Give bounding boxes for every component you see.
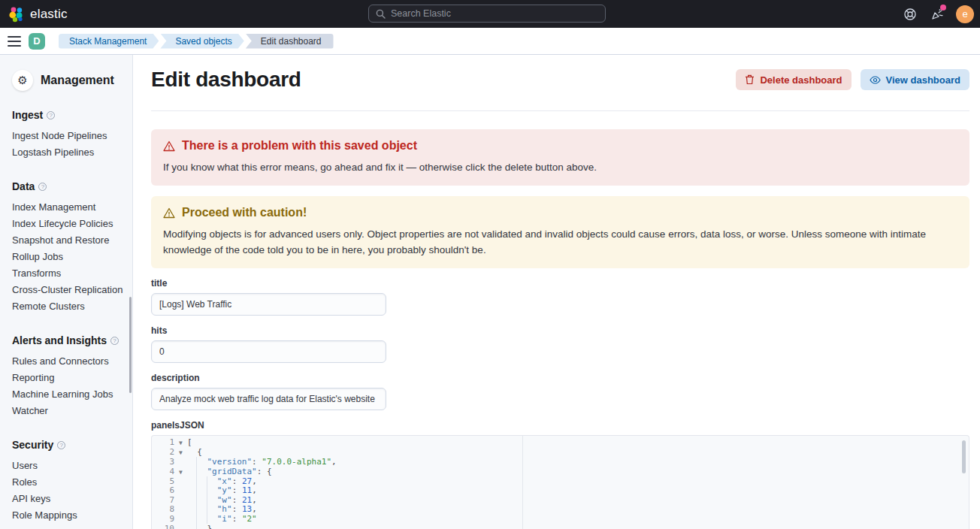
sidebar-item-transforms[interactable]: Transforms [12, 265, 123, 282]
sidebar-item-users[interactable]: Users [12, 458, 123, 474]
title-divider [151, 110, 969, 111]
help-icon [903, 8, 917, 21]
field-label: description [151, 373, 969, 383]
sidebar-section-heading: Data? [12, 180, 123, 192]
breadcrumb-bar: D Stack ManagementSaved objectsEdit dash… [0, 28, 980, 55]
space-badge[interactable]: D [29, 33, 45, 50]
field-label: title [151, 278, 969, 289]
sidebar-section: Data?Index ManagementIndex Lifecycle Pol… [12, 180, 123, 315]
global-search[interactable] [368, 5, 606, 23]
line-number: 10 [152, 524, 174, 529]
fold-arrow-icon[interactable]: ▼ [174, 448, 187, 458]
sidebar-item-ingest-node-pipelines[interactable]: Ingest Node Pipelines [12, 128, 123, 144]
code-editor-lines: 1▼[2▼ {3 "version": "7.0.0-alpha1",4▼ "g… [152, 438, 969, 529]
line-number: 4 [152, 467, 174, 477]
question-in-circle-icon: ? [47, 111, 55, 119]
question-in-circle-icon: ? [38, 183, 47, 191]
code-line[interactable]: 9 "i": "2" [152, 515, 969, 524]
code-text: }, [187, 524, 217, 529]
user-avatar[interactable]: e [956, 5, 974, 23]
field-label: hits [151, 325, 969, 336]
code-line[interactable]: 3 "version": "7.0.0-alpha1", [152, 458, 969, 467]
fold-spacer [174, 458, 187, 467]
error-callout-title: There is a problem with this saved objec… [182, 139, 417, 153]
sidebar-item-cross-cluster-replication[interactable]: Cross-Cluster Replication [12, 282, 123, 298]
sidebar-title: Management [41, 74, 114, 87]
line-number: 9 [152, 515, 174, 524]
notification-dot [940, 5, 946, 11]
sidebar-item-watcher[interactable]: Watcher [12, 403, 123, 419]
elastic-logo-icon [9, 6, 24, 23]
sidebar-item-roles[interactable]: Roles [12, 474, 123, 491]
sidebar-item-logstash-pipelines[interactable]: Logstash Pipelines [12, 144, 123, 161]
sidebar-item-rules-and-connectors[interactable]: Rules and Connectors [12, 353, 123, 370]
code-text: "i": "2" [187, 515, 257, 524]
menu-toggle-button[interactable] [0, 36, 29, 47]
gear-icon: ⚙ [12, 70, 33, 91]
sidebar-item-remote-clusters[interactable]: Remote Clusters [12, 298, 123, 315]
view-dashboard-button[interactable]: View dashboard [861, 69, 969, 90]
fold-spacer [174, 477, 187, 487]
newsfeed-button[interactable] [929, 6, 945, 23]
line-number: 6 [152, 486, 174, 496]
sidebar-item-index-management[interactable]: Index Management [12, 199, 123, 216]
sidebar-item-api-keys[interactable]: API keys [12, 491, 123, 507]
fold-spacer [174, 496, 187, 506]
breadcrumb-item[interactable]: Stack Management [59, 34, 159, 49]
code-line[interactable]: 1▼[ [152, 438, 969, 448]
line-number: 3 [152, 458, 174, 467]
breadcrumb-item[interactable]: Saved objects [160, 34, 243, 49]
error-callout-body: If you know what this error means, go ah… [163, 159, 957, 175]
page-title: Edit dashboard [151, 68, 301, 92]
alert-triangle-icon [163, 141, 175, 152]
sidebar-item-role-mappings[interactable]: Role Mappings [12, 507, 123, 524]
search-input[interactable] [391, 8, 598, 19]
question-in-circle-icon: ? [110, 337, 119, 345]
panelsjson-code-editor[interactable]: 1▼[2▼ {3 "version": "7.0.0-alpha1",4▼ "g… [151, 435, 969, 529]
elastic-brand[interactable]: elastic [0, 6, 68, 23]
sidebar-item-rollup-jobs[interactable]: Rollup Jobs [12, 249, 123, 265]
sidebar-section: Security?UsersRolesAPI keysRole Mappings [12, 439, 123, 524]
sidebar-nav: Ingest?Ingest Node PipelinesLogstash Pip… [12, 109, 123, 524]
eye-icon [870, 76, 881, 84]
sidebar-section-heading: Alerts and Insights? [12, 334, 123, 346]
sidebar-item-machine-learning-jobs[interactable]: Machine Learning Jobs [12, 386, 123, 403]
sidebar-section-heading: Security? [12, 439, 123, 451]
breadcrumb-item: Edit dashboard [246, 34, 334, 49]
field-hits: hits [151, 325, 969, 363]
question-in-circle-icon: ? [57, 441, 65, 449]
sidebar-scrollbar[interactable] [129, 297, 132, 393]
trash-icon [745, 74, 755, 85]
field-panelsjson: panelsJSON 1▼[2▼ {3 "version": "7.0.0-al… [151, 420, 969, 529]
code-line[interactable]: 4▼ "gridData": { [152, 467, 969, 477]
code-line[interactable]: 10 }, [152, 524, 969, 529]
sidebar-section: Ingest?Ingest Node PipelinesLogstash Pip… [12, 109, 123, 161]
sidebar-section-heading: Ingest? [12, 109, 123, 121]
fold-spacer [174, 486, 187, 496]
sidebar-item-index-lifecycle-policies[interactable]: Index Lifecycle Policies [12, 216, 123, 232]
field-label: panelsJSON [151, 420, 969, 431]
editor-scrollbar[interactable] [962, 440, 966, 473]
sidebar-item-snapshot-and-restore[interactable]: Snapshot and Restore [12, 232, 123, 249]
code-line[interactable]: 8 "h": 13, [152, 505, 969, 515]
brand-name: elastic [30, 7, 68, 22]
hits-input[interactable] [151, 340, 386, 363]
error-callout: There is a problem with this saved objec… [151, 129, 969, 186]
search-icon [376, 9, 386, 19]
management-sidebar: ⚙ Management Ingest?Ingest Node Pipeline… [0, 55, 133, 529]
help-menu-button[interactable] [902, 6, 918, 23]
code-line[interactable]: 6 "y": 11, [152, 486, 969, 496]
sidebar-section: Alerts and Insights?Rules and Connectors… [12, 334, 123, 419]
warning-callout-body: Modifying objects is for advanced users … [163, 226, 957, 258]
code-line[interactable]: 7 "w": 21, [152, 496, 969, 506]
fold-arrow-icon[interactable]: ▼ [174, 467, 187, 477]
fold-arrow-icon[interactable]: ▼ [174, 438, 187, 448]
description-input[interactable] [151, 388, 386, 410]
delete-dashboard-button[interactable]: Delete dashboard [736, 69, 851, 90]
code-line[interactable]: 5 "x": 27, [152, 477, 969, 487]
sidebar-item-reporting[interactable]: Reporting [12, 370, 123, 386]
field-description: description [151, 373, 969, 410]
title-input[interactable] [151, 293, 386, 316]
warning-callout-title: Proceed with caution! [182, 206, 307, 219]
fold-spacer [174, 505, 187, 515]
